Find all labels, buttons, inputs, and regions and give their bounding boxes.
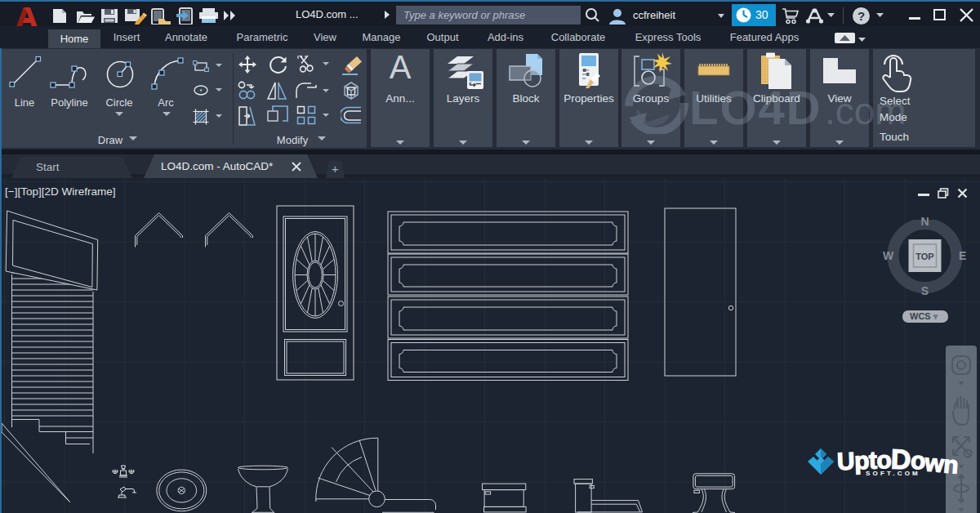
svg-text:TOP: TOP [915,252,933,261]
